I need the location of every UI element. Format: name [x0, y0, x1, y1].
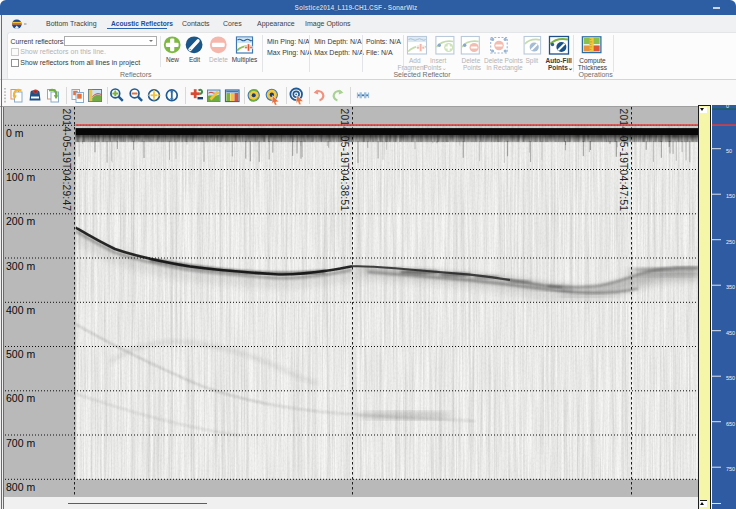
- svg-text:600 m: 600 m: [6, 392, 35, 404]
- svg-text:2014-05-19T04:47:51: 2014-05-19T04:47:51: [618, 109, 629, 212]
- svg-text:100 m: 100 m: [6, 171, 35, 183]
- svg-text:350: 350: [726, 284, 735, 290]
- svg-text:800 m: 800 m: [6, 481, 35, 493]
- svg-text:300 m: 300 m: [6, 260, 35, 272]
- svg-text:2014-05-19T04:38:51: 2014-05-19T04:38:51: [339, 109, 350, 212]
- svg-text:700 m: 700 m: [6, 437, 35, 449]
- svg-text:150: 150: [726, 193, 735, 199]
- svg-text:650: 650: [726, 421, 735, 427]
- svg-text:250: 250: [726, 239, 735, 245]
- svg-text:750: 750: [726, 466, 735, 472]
- svg-text:0 m: 0 m: [6, 127, 24, 139]
- svg-text:50: 50: [726, 148, 732, 154]
- svg-text:550: 550: [726, 375, 735, 381]
- svg-text:200 m: 200 m: [6, 215, 35, 227]
- svg-text:500 m: 500 m: [6, 348, 35, 360]
- svg-text:2014-05-19T04:29:47: 2014-05-19T04:29:47: [61, 109, 72, 212]
- svg-text:400 m: 400 m: [6, 304, 35, 316]
- svg-text:450: 450: [726, 330, 735, 336]
